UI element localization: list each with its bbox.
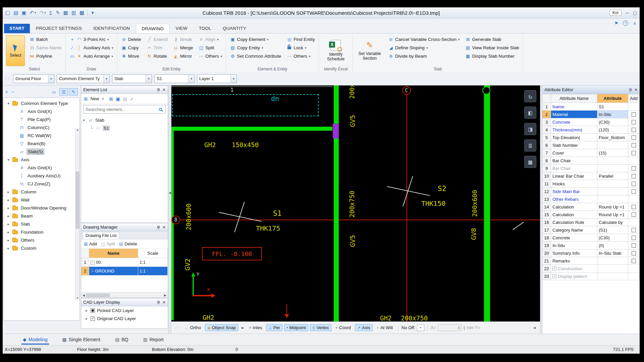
horizontal-scrollbar[interactable]: ◀ ▶	[81, 292, 168, 298]
sidebar-item-foundation[interactable]: ▸Foundation	[4, 228, 79, 236]
scroll-left-icon[interactable]: ◀	[83, 294, 85, 297]
panel-view-button[interactable]: ▭	[50, 88, 58, 96]
tab-start[interactable]: START	[4, 24, 30, 33]
attribute-row-calculation[interactable]: 15 Calculation Round Up +1	[542, 211, 640, 219]
attribute-row-in-situ[interactable]: 19 In-Situ (0)	[542, 242, 640, 249]
element-name-dropdown[interactable]: S1▾	[154, 74, 195, 83]
three-point-arc-button[interactable]: +◠3-Point Arc▾	[68, 35, 114, 44]
attribute-row-display-pattern[interactable]: 33 +Display pattern	[542, 273, 640, 280]
scrollbar-thumb[interactable]	[76, 172, 79, 229]
expand-icon[interactable]: +	[552, 274, 556, 278]
original-layer-checkbox[interactable]	[91, 316, 95, 321]
add-checkbox[interactable]	[632, 213, 636, 217]
sidebar-item-axis-grid-x-[interactable]: #Axis Grid(X)	[4, 107, 79, 115]
drawing-row[interactable]: 1 −00. 1:1	[81, 258, 168, 267]
pin-icon[interactable]	[157, 301, 160, 303]
apply-element-icon[interactable]: ✔	[130, 96, 134, 102]
add-checkbox[interactable]	[632, 243, 636, 248]
set-variable-section-button[interactable]: ✎ Set Variable Section	[356, 35, 384, 66]
collapse-all-icon[interactable]: −	[11, 89, 14, 95]
define-sloping-button[interactable]: ◢Define Sloping▾	[387, 44, 461, 52]
tab-identification[interactable]: IDENTIFICATION	[88, 24, 135, 33]
element-group-row[interactable]: ▾ ▱ Slab	[82, 116, 167, 124]
maximize-button[interactable]: ▢	[633, 10, 637, 15]
picked-cad-layer-row[interactable]: ▸ Picked CAD Layer	[81, 306, 168, 314]
attribute-element-icon[interactable]: ▨	[123, 96, 127, 102]
break-button[interactable]: ∦Break	[172, 35, 194, 44]
rebar-grid-icon[interactable]: ▥	[71, 10, 76, 16]
pin-icon[interactable]	[157, 226, 160, 228]
attribute-row-side-main-bar[interactable]: 12 Side Main Bar	[542, 188, 640, 195]
add-checkbox[interactable]	[632, 135, 636, 140]
offset-dropdown[interactable]: ▾	[417, 324, 424, 331]
original-cad-layer-row[interactable]: ▸ Original CAD Layer	[81, 314, 168, 322]
edit-view-button[interactable]: ✎	[69, 88, 78, 96]
cancel-variable-cross-section-button[interactable]: ⊘Cancel Variable Cross-Section▾	[387, 35, 461, 44]
merge-button[interactable]: ⊔Merge	[172, 44, 194, 52]
generate-slab-button[interactable]: ⊞Generate Slab	[464, 35, 520, 44]
layer-dropdown[interactable]: Layer 1▾	[197, 74, 237, 83]
attribute-row-concrete[interactable]: 3 Concrete (C30)	[542, 118, 640, 126]
tab-drawing[interactable]: DRAWING	[136, 24, 169, 33]
sidebar-item-rc-wall-w-[interactable]: ▨RC Wall(W)	[4, 131, 79, 139]
new-element-button[interactable]: New	[91, 96, 99, 101]
same-name-button[interactable]: ⊟Same-Name	[28, 44, 63, 52]
attribute-row-slab-number[interactable]: 6 Slab Number	[542, 141, 640, 149]
snap-toggle-midpoint[interactable]: •Midpoint	[284, 324, 308, 331]
batch-button[interactable]: ⊞Batch	[28, 35, 63, 44]
snap-toggle-coord[interactable]: +Coord	[333, 324, 353, 331]
floor-dropdown[interactable]: Ground Floor▾	[13, 74, 54, 83]
snap-toggle-ortho[interactable]: ∟Ortho	[182, 324, 203, 331]
identify-schedule-button[interactable]: Identify Schedule	[322, 35, 350, 66]
tab-quantity[interactable]: QUANTITY	[217, 24, 252, 33]
undo-icon[interactable]: ↶▾	[30, 10, 36, 16]
copy-element-button[interactable]: ▣Copy Element▾	[229, 35, 282, 44]
close-icon[interactable]: ✕	[162, 300, 166, 304]
split-drawing-button[interactable]: ◫Split	[101, 241, 115, 247]
delete-element-icon[interactable]: ⊠	[109, 96, 113, 102]
close-icon[interactable]: ✕	[162, 225, 166, 229]
sidebar-item-slab-s-[interactable]: ▱Slab(S)	[4, 147, 79, 156]
sidebar-item-column-c-[interactable]: ⊓Column(C)	[4, 123, 79, 131]
minimize-button[interactable]: ─	[626, 10, 629, 15]
save-icon[interactable]: ▣	[21, 10, 26, 16]
tab-tool[interactable]: TOOL	[194, 24, 217, 33]
find-entity-button[interactable]: ◎Find Entity	[285, 35, 316, 44]
sidebar-item-axis[interactable]: ▾Axis	[4, 156, 79, 164]
attribute-row-bar-chair[interactable]: 8 Bar Chair	[542, 157, 640, 165]
polyline-button[interactable]: ⋈Polyline	[28, 52, 63, 60]
sheet-grid-icon[interactable]: ▦	[524, 156, 536, 168]
close-icon[interactable]: ✕	[162, 88, 166, 92]
move-button[interactable]: ✥Move	[120, 52, 142, 60]
axis-grid-icon[interactable]: ▦	[63, 10, 68, 16]
workspace-tab-modeling[interactable]: ◆Modeling	[23, 334, 48, 345]
attribute-row-material[interactable]: 2 Material In-Situ	[542, 111, 640, 118]
attribute-row-concrete[interactable]: 18 Concrete (C30)	[542, 234, 640, 242]
attribute-row-calculation[interactable]: 14 Calculation Round Up +1	[542, 203, 640, 211]
sidebar-item-axis-grid-x-[interactable]: #Axis Grid(X)	[4, 164, 79, 172]
copy-button[interactable]: ▣Copy	[120, 44, 142, 52]
language-button[interactable]: Kor	[609, 10, 622, 16]
drawing-row-selected[interactable]: 2 └GROUND 1:1	[81, 267, 168, 276]
drawing-canvas[interactable]: C 8 FFL. -0.100	[171, 85, 540, 321]
expand-all-icon[interactable]: +	[5, 89, 8, 95]
panel-splitter[interactable]: ◀	[168, 85, 171, 334]
orbit-icon[interactable]: ↻	[524, 90, 536, 102]
attribute-row-top-elevation-[interactable]: 5 Top Elevation( Floor_Bottom	[542, 134, 640, 141]
attribute-row-name[interactable]: 1 Name S1	[542, 103, 640, 111]
sidebar-item-auxiliary-axis-u-[interactable]: ┆Auxiliary Axis(U)	[4, 172, 79, 180]
sidebar-item-beam[interactable]: ▸Beam	[4, 212, 79, 220]
sidebar-item-custom[interactable]: ▸Custom	[4, 244, 79, 252]
sidebar-item-beam-b-[interactable]: ▽Beam(B)	[4, 139, 79, 147]
scroll-down-icon[interactable]: ▼	[75, 296, 79, 300]
element-type-dropdown[interactable]: Slab▾	[112, 74, 152, 83]
identify-pen-icon[interactable]: ✎	[56, 10, 60, 16]
attribute-row-cover[interactable]: 7 Cover (15)	[542, 149, 640, 157]
element-category-dropdown[interactable]: Common Element Ty▾	[57, 74, 110, 83]
auxiliary-axis-button[interactable]: ∕┆Auxiliary Axis▾	[68, 44, 114, 52]
copy-element-list-icon[interactable]: ▣	[116, 96, 120, 102]
display-slab-number-button[interactable]: ▦Display Slab Number	[464, 52, 520, 60]
sidebar-item-wall[interactable]: ▸Wall	[4, 196, 79, 204]
others-edit-button[interactable]: ⋯Others▾	[197, 52, 223, 60]
search-input[interactable]	[86, 107, 159, 112]
